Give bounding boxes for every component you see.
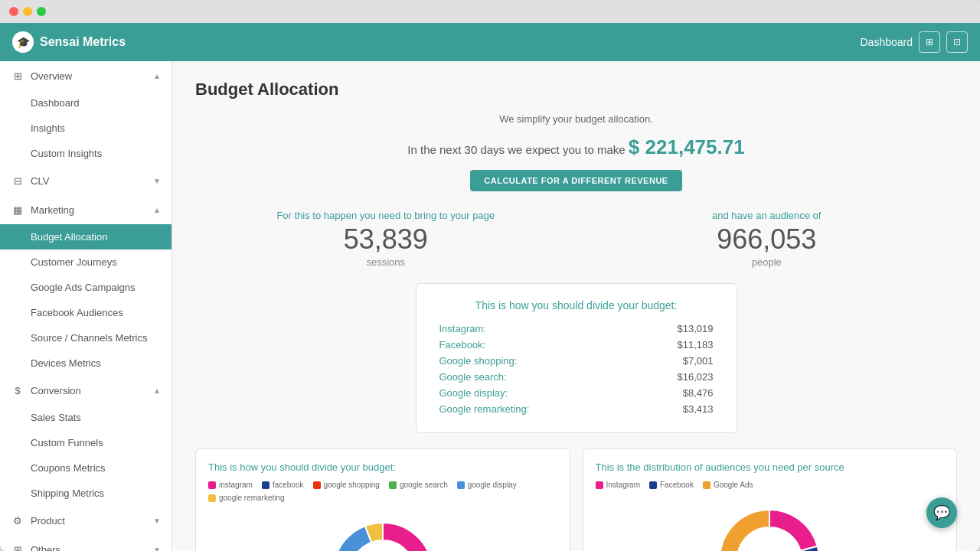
budget-amount: $11,183 [678, 339, 714, 350]
sidebar-item-custom-funnels[interactable]: Custom Funnels [0, 430, 172, 455]
sidebar-item-shipping-metrics[interactable]: Shipping Metrics [0, 481, 172, 506]
navbar-right: Dashboard ⊞ ⊡ [861, 31, 969, 53]
sidebar-section-product: ⚙ Product ▼ [0, 506, 172, 535]
legend-label: google remarketing [219, 494, 285, 502]
legend-dot [313, 481, 321, 489]
close-button[interactable] [9, 7, 18, 16]
sidebar-section-overview: ⊞ Overview ▲ DashboardInsightsCustom Ins… [0, 61, 172, 166]
sessions-value: 53,839 [195, 226, 577, 253]
chat-button[interactable]: 💬 [926, 497, 957, 528]
revenue-amount: $ 221,475.71 [629, 135, 745, 158]
sidebar-item-facebook-audiences[interactable]: Facebook Audiences [0, 300, 172, 325]
budget-source: Google shopping: [439, 355, 518, 367]
chart2-title: This is the distribution of audiences yo… [596, 461, 945, 473]
sidebar-item-custom-insights[interactable]: Custom Insights [0, 141, 172, 166]
charts-row: This is how you should divide your budge… [195, 448, 957, 551]
brand: 🎓 Sensai Metrics [12, 31, 126, 53]
sidebar-item-google-ads[interactable]: Google Ads Campaigns [0, 275, 172, 300]
chart2-legend: InstagramFacebookGoogle Ads [596, 481, 945, 489]
budget-row: Google remarketing:$3,413 [439, 401, 714, 417]
budget-row: Instagram:$13,019 [439, 321, 714, 337]
legend-dot [208, 494, 216, 502]
sidebar-item-budget-allocation[interactable]: Budget Allocation [0, 224, 172, 249]
budget-amount: $3,413 [683, 403, 714, 415]
nav-icon-1[interactable]: ⊞ [919, 31, 940, 53]
legend-dot [389, 481, 397, 489]
donut-segment [383, 523, 432, 551]
navbar: 🎓 Sensai Metrics Dashboard ⊞ ⊡ [0, 23, 980, 61]
budget-card-title: This is how you should divide your budge… [439, 299, 714, 311]
chevron-others: ▼ [153, 546, 161, 552]
sidebar-icon-others: ⊞ [11, 543, 24, 551]
legend-item: google search [389, 481, 448, 489]
sidebar-icon-product: ⚙ [11, 514, 24, 527]
minimize-button[interactable] [23, 7, 32, 16]
sidebar-item-coupons-metrics[interactable]: Coupons Metrics [0, 455, 172, 481]
legend-dot [457, 481, 465, 489]
legend-item: Google Ads [703, 481, 753, 489]
audience-value: 966,053 [577, 226, 958, 253]
nav-title: Dashboard [861, 36, 913, 48]
sidebar-section-header-product[interactable]: ⚙ Product ▼ [0, 506, 172, 535]
page-title: Budget Allocation [195, 80, 957, 99]
nav-icon-2[interactable]: ⊡ [946, 31, 968, 53]
legend-item: facebook [262, 481, 304, 489]
sidebar: ⊞ Overview ▲ DashboardInsightsCustom Ins… [0, 61, 172, 551]
legend-item: Instagram [596, 481, 640, 489]
sidebar-item-devices-metrics[interactable]: Devices Metrics [0, 350, 172, 376]
legend-label: google display [468, 481, 517, 489]
metrics-row: For this to happen you need to bring to … [195, 210, 957, 268]
chevron-conversion: ▲ [153, 386, 161, 395]
sidebar-item-insights[interactable]: Insights [0, 116, 172, 141]
sidebar-section-header-others[interactable]: ⊞ Others ▼ [0, 535, 172, 551]
legend-item: google shopping [313, 481, 380, 489]
chart1-svg [322, 511, 444, 551]
chevron-overview: ▲ [153, 72, 161, 80]
chart1-legend: instagramfacebookgoogle shoppinggoogle s… [208, 481, 557, 502]
app-body: 🎓 Sensai Metrics Dashboard ⊞ ⊡ ⊞ Overvie… [0, 23, 980, 551]
sidebar-label-conversion: Conversion [31, 385, 153, 396]
main-content: Budget Allocation We simplify your budge… [172, 61, 980, 551]
sidebar-icon-conversion: $ [11, 383, 24, 397]
sidebar-section-clv: ⊟ CLV ▼ [0, 166, 172, 195]
sidebar-icon-marketing: ▦ [11, 203, 24, 217]
audience-metric: and have an audience of 966,053 people [577, 210, 958, 268]
sidebar-item-source-channels[interactable]: Source / Channels Metrics [0, 325, 172, 350]
sidebar-item-customer-journeys[interactable]: Customer Journeys [0, 249, 172, 275]
budget-card: This is how you should divide your budge… [416, 283, 737, 433]
legend-item: google display [457, 481, 517, 489]
titlebar-buttons [9, 7, 46, 16]
chart1-title: This is how you should divide your budge… [208, 461, 557, 473]
budget-amount: $13,019 [678, 323, 714, 334]
chart2-area [596, 498, 945, 551]
sidebar-section-header-overview[interactable]: ⊞ Overview ▲ [0, 61, 172, 90]
legend-dot [703, 481, 710, 489]
budget-amount: $16,023 [678, 371, 714, 383]
legend-label: Facebook [660, 481, 694, 489]
sidebar-item-sales-stats[interactable]: Sales Stats [0, 405, 172, 430]
legend-label: google shopping [324, 481, 380, 489]
budget-row: Google shopping:$7,001 [439, 353, 714, 369]
budget-row: Facebook:$11,183 [439, 337, 714, 353]
brand-icon: 🎓 [12, 31, 34, 53]
budget-row: Google display:$8,476 [439, 385, 714, 401]
sidebar-label-marketing: Marketing [31, 204, 153, 216]
sidebar-section-header-conversion[interactable]: $ Conversion ▲ [0, 376, 172, 405]
legend-dot [649, 481, 657, 489]
chart2-card: This is the distribution of audiences yo… [583, 448, 958, 551]
audience-label: and have an audience of [577, 210, 958, 221]
legend-label: facebook [273, 481, 304, 489]
app-window: 🎓 Sensai Metrics Dashboard ⊞ ⊡ ⊞ Overvie… [0, 0, 980, 551]
sessions-unit: sessions [195, 256, 577, 268]
sidebar-section-header-marketing[interactable]: ▦ Marketing ▲ [0, 195, 172, 224]
sidebar-label-clv: CLV [31, 175, 153, 187]
sidebar-item-dashboard[interactable]: Dashboard [0, 90, 172, 116]
budget-source: Google remarketing: [439, 403, 530, 415]
sidebar-section-header-clv[interactable]: ⊟ CLV ▼ [0, 166, 172, 195]
chart1-area [208, 511, 557, 551]
sidebar-label-others: Others [31, 544, 153, 552]
calc-button[interactable]: CALCULATE FOR A DIFFERENT REVENUE [470, 170, 681, 191]
budget-rows: Instagram:$13,019Facebook:$11,183Google … [439, 321, 714, 417]
brand-name: Sensai Metrics [40, 35, 126, 49]
maximize-button[interactable] [37, 7, 46, 16]
